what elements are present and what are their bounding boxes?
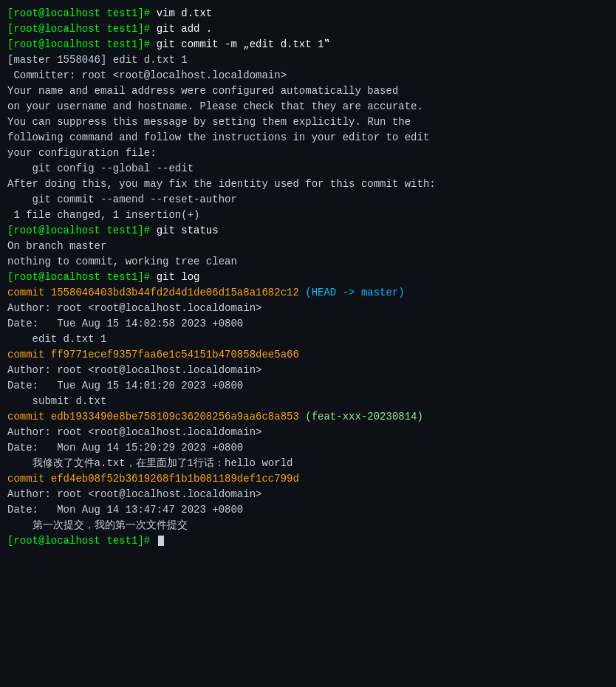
terminal-line: [root@localhost test1]# (7, 533, 609, 549)
terminal-line: commit edb1933490e8be758109c36208256a9aa… (7, 409, 609, 425)
terminal-line: Date: Tue Aug 15 14:01:20 2023 +0800 (7, 378, 609, 394)
terminal-line: After doing this, you may fix the identi… (7, 177, 609, 192)
terminal-line: your configuration file: (7, 146, 609, 161)
terminal-line: edit d.txt 1 (7, 332, 609, 347)
terminal-line: commit ff9771ecef9357faa6e1c54151b470858… (7, 347, 609, 363)
terminal-line: submit d.txt (7, 394, 609, 409)
terminal-line: Date: Mon Aug 14 13:47:47 2023 +0800 (7, 502, 609, 518)
terminal-line: commit efd4eb08f52b3619268f1b1b081189def… (7, 471, 609, 487)
terminal-line: [master 1558046] edit d.txt 1 (7, 52, 609, 68)
terminal-line: Committer: root <root@localhost.localdom… (7, 68, 609, 83)
terminal-line: [root@localhost test1]# git status (7, 223, 609, 239)
terminal: [root@localhost test1]# vim d.txt[root@l… (0, 0, 616, 687)
terminal-line: git commit --amend --reset-author (7, 192, 609, 208)
terminal-line: Author: root <root@localhost.localdomain… (7, 301, 609, 316)
terminal-line: following command and follow the instruc… (7, 130, 609, 146)
terminal-line: [root@localhost test1]# git add . (7, 21, 609, 37)
terminal-line: [root@localhost test1]# git log (7, 270, 609, 285)
terminal-line: Author: root <root@localhost.localdomain… (7, 487, 609, 502)
terminal-line: You can suppress this message by setting… (7, 115, 609, 130)
terminal-line: on your username and hostname. Please ch… (7, 99, 609, 115)
terminal-line: 第一次提交，我的第一次文件提交 (7, 518, 609, 533)
terminal-line: [root@localhost test1]# git commit -m „e… (7, 37, 609, 52)
terminal-line: 1 file changed, 1 insertion(+) (7, 208, 609, 223)
terminal-line: 我修改了文件a.txt，在里面加了1行话：hello world (7, 456, 609, 471)
terminal-line: git config --global --edit (7, 161, 609, 177)
terminal-line: commit 1558046403bd3b44fd2d4d1de06d15a8a… (7, 285, 609, 301)
terminal-line: On branch master (7, 239, 609, 254)
terminal-line: Your name and email address were configu… (7, 83, 609, 99)
cursor (158, 536, 164, 546)
terminal-line: nothing to commit, working tree clean (7, 254, 609, 270)
terminal-content: [root@localhost test1]# vim d.txt[root@l… (7, 6, 609, 549)
terminal-line: Author: root <root@localhost.localdomain… (7, 425, 609, 440)
terminal-line: Author: root <root@localhost.localdomain… (7, 363, 609, 378)
terminal-line: [root@localhost test1]# vim d.txt (7, 6, 609, 21)
terminal-line: Date: Tue Aug 15 14:02:58 2023 +0800 (7, 316, 609, 332)
terminal-line: Date: Mon Aug 14 15:20:29 2023 +0800 (7, 440, 609, 456)
